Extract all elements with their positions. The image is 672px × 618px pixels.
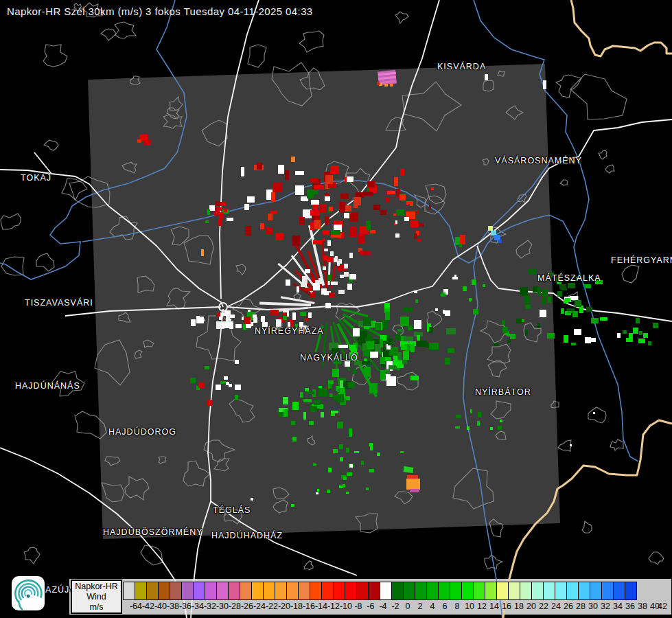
velocity-spoke [293, 284, 314, 297]
settlement-outline [171, 227, 189, 245]
radar-echo [214, 211, 220, 216]
radar-echo [572, 311, 578, 317]
radar-echo [369, 348, 375, 352]
radar-echo [325, 193, 329, 196]
radar-echo [491, 231, 496, 236]
radar-echo [384, 84, 388, 87]
radar-echo [247, 196, 255, 203]
legend-cell [461, 582, 474, 600]
radar-echo [325, 303, 331, 308]
radar-echo [388, 339, 393, 345]
legend-scale-number: -22 [266, 602, 278, 611]
radar-echo [386, 344, 391, 350]
radar-echo [404, 466, 414, 473]
radar-echo [325, 179, 329, 189]
radar-echo [279, 317, 286, 322]
radar-echo [310, 210, 319, 216]
radar-echo [470, 409, 472, 413]
radar-echo [443, 289, 448, 295]
radar-echo [283, 310, 289, 317]
legend-cell [578, 582, 590, 600]
radar-echo [327, 257, 333, 262]
radar-echo [349, 227, 356, 237]
radar-echo [354, 451, 359, 453]
radar-echo [196, 317, 204, 323]
city-label: NYÍRBÁTOR [475, 387, 531, 397]
radar-echo [381, 374, 391, 380]
radar-echo [323, 230, 329, 235]
radar-echo [301, 283, 307, 287]
radar-echo [408, 341, 416, 346]
radar-echo [340, 194, 349, 199]
radar-echo [406, 201, 411, 204]
radar-echo [318, 278, 321, 282]
city-label: NAGYKÁLLÓ [300, 353, 358, 363]
legend-cell [426, 582, 439, 600]
radar-echo [220, 381, 226, 384]
radar-echo [341, 475, 346, 479]
velocity-spoke [259, 304, 311, 306]
city-label: NYÍREGYHÁZA [255, 326, 324, 336]
radar-echo [375, 323, 381, 330]
radar-echo [653, 323, 658, 328]
radar-echo [329, 207, 333, 211]
radar-echo [329, 393, 333, 397]
legend-cell [158, 582, 170, 600]
radar-echo [410, 489, 419, 492]
radar-echo [585, 337, 591, 343]
radar-echo [339, 444, 343, 449]
radar-echo [318, 386, 322, 391]
legend-scale-number: -10 [340, 602, 352, 611]
radar-echo [507, 334, 511, 336]
legend-scale-number: 18 [514, 602, 524, 611]
settlement-outline [75, 411, 106, 439]
radar-echo [393, 214, 396, 216]
radar-echo [344, 213, 351, 218]
radar-echo [417, 210, 419, 214]
radar-echo [377, 453, 380, 456]
settlement-outline [393, 325, 403, 336]
radar-echo [353, 328, 360, 336]
radar-echo [325, 196, 330, 201]
radar-echo [417, 341, 427, 347]
radar-echo [429, 205, 431, 209]
radar-echo [485, 74, 488, 80]
radar-echo [270, 310, 279, 315]
city-label: TISZAVASVÁRI [25, 298, 93, 308]
radar-echo [315, 284, 318, 290]
radar-echo [201, 249, 204, 256]
radar-echo [520, 287, 528, 296]
radar-echo [218, 219, 222, 226]
radar-echo [292, 236, 300, 246]
radar-echo [408, 343, 413, 348]
settlement-outline [184, 236, 213, 264]
radar-echo [324, 172, 332, 182]
radar-echo [361, 461, 364, 465]
radar-echo [380, 319, 388, 329]
radar-echo [312, 183, 316, 192]
legend-scale-number: -26 [241, 602, 253, 611]
radar-echo [384, 303, 390, 308]
radar-echo [222, 321, 229, 328]
legend-scale-number: 34 [613, 602, 623, 611]
radar-echo [349, 277, 353, 282]
legend-scale-number: 38 [638, 602, 647, 611]
settlement-outline [480, 321, 507, 343]
radar-echo [321, 288, 327, 295]
legend-cell [356, 582, 369, 600]
radar-echo [400, 169, 404, 176]
radar-echo [330, 165, 339, 174]
radar-echo [454, 275, 456, 277]
radar-echo [310, 222, 314, 230]
legend-scale-number: 36 [625, 602, 635, 611]
radar-echo [216, 321, 224, 329]
radar-echo [568, 309, 572, 313]
radar-echo [648, 341, 651, 345]
radar-echo [308, 312, 312, 318]
radar-echo [295, 171, 304, 175]
legend-cell [368, 582, 380, 600]
radar-echo [404, 217, 409, 221]
settlement-outline [570, 74, 627, 119]
city-label: HAJDÚNÁNÁS [15, 381, 80, 391]
city-label: HAJDÚDOROG [108, 427, 176, 437]
